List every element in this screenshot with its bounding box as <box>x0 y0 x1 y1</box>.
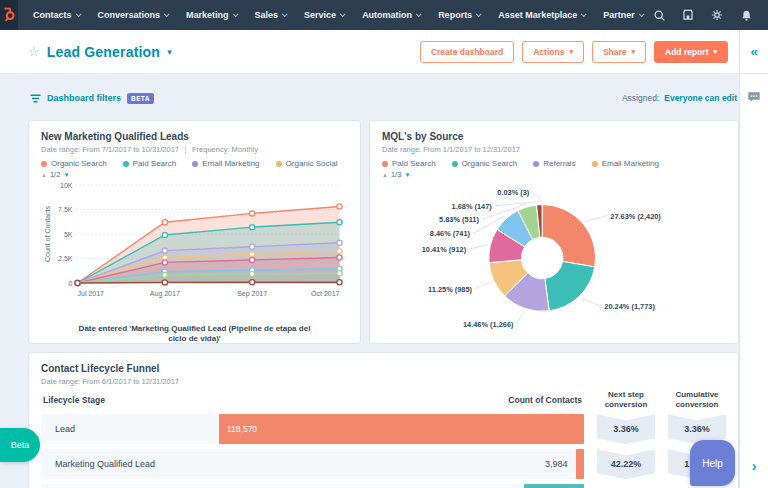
page-header: ☆ Lead Generation ▾ Create dashboard Act… <box>0 30 768 74</box>
legend-item[interactable]: Paid Search <box>123 159 177 168</box>
donut-chart: 0.03% (3)27.63% (2,420)20.24% (1,773)14.… <box>382 179 726 337</box>
nav-item-label: Marketing <box>186 10 229 20</box>
nav-item-automation[interactable]: Automation <box>353 10 429 20</box>
trend-legend: Organic SearchPaid SearchEmail Marketing… <box>41 159 348 168</box>
legend-label: Paid Search <box>392 159 436 168</box>
create-dashboard-button[interactable]: Create dashboard <box>420 41 514 63</box>
svg-text:1.68% (147): 1.68% (147) <box>452 202 493 211</box>
legend-dot <box>192 161 198 167</box>
beta-floating-button[interactable]: Beta <box>0 428 40 462</box>
funnel-stage-strip: Marketing Qualified Lead3,984 <box>41 449 584 479</box>
comments-icon[interactable] <box>747 90 761 108</box>
legend-prev-icon[interactable]: ▲ <box>41 172 47 178</box>
svg-text:14.46% (1,266): 14.46% (1,266) <box>463 320 514 329</box>
add-report-button[interactable]: Add report▾ <box>654 41 728 63</box>
nav-item-sales[interactable]: Sales <box>246 10 296 20</box>
card-mql-by-source: MQL's by Source Date range: From 1/1/201… <box>369 120 739 344</box>
bar-track: 3,984 <box>219 449 584 479</box>
donut-slice[interactable] <box>545 261 595 310</box>
dashboard-filters-toggle[interactable]: Dashboard filters BETA <box>30 93 154 104</box>
legend-item[interactable]: Email Marketing <box>592 159 659 168</box>
hubspot-logo[interactable] <box>0 0 18 30</box>
legend-item[interactable]: Organic Social <box>276 159 338 168</box>
help-button[interactable]: Help <box>690 440 735 486</box>
settings-icon[interactable] <box>710 8 725 23</box>
legend-label: Organic Social <box>286 159 338 168</box>
nav-items: ContactsConversationsMarketingSalesServi… <box>18 0 652 30</box>
legend-prev-icon[interactable]: ▲ <box>382 172 388 178</box>
favorite-star-icon[interactable]: ☆ <box>28 44 40 59</box>
card-subtitle: Date range: From 1/1/2017 to 12/31/2017 <box>382 145 726 154</box>
legend-dot <box>276 161 282 167</box>
legend-label: Email Marketing <box>602 159 659 168</box>
nav-item-marketing[interactable]: Marketing <box>177 10 246 20</box>
legend-item[interactable]: Paid Search <box>382 159 436 168</box>
legend-item[interactable]: Email Marketing <box>192 159 259 168</box>
legend-page: 1/3 <box>391 170 401 179</box>
svg-text:5K: 5K <box>64 231 73 238</box>
nav-item-partner[interactable]: Partner <box>594 10 652 20</box>
next-panel-icon[interactable]: › <box>752 458 757 474</box>
area-line-chart: 02.5K5K7.5K10KJul 2017Aug 2017Sep 2017Oc… <box>41 179 348 319</box>
notifications-icon[interactable] <box>739 8 754 23</box>
col-next-step-conversion: Next step conversion <box>597 390 655 409</box>
right-rail: « › <box>739 30 768 488</box>
assigned-value-link[interactable]: Everyone can edit <box>664 93 737 103</box>
date-range: Date range: From 6/1/2017 to 12/31/2017 <box>41 377 179 386</box>
count-value: 3,984 <box>545 449 568 479</box>
chevron-down-icon <box>476 11 482 17</box>
nav-item-conversations[interactable]: Conversations <box>89 10 178 20</box>
legend-next-icon[interactable]: ▼ <box>404 172 410 178</box>
chevron-down-icon <box>639 11 645 17</box>
funnel-row: Lead118,5703.36%3.36% <box>41 414 726 444</box>
card-new-mql: New Marketing Qualified Leads Date range… <box>28 120 361 344</box>
legend-label: Email Marketing <box>202 159 259 168</box>
frequency: Frequency: Monthly <box>192 145 258 154</box>
chevron-down-icon <box>282 11 288 17</box>
legend-item[interactable]: Organic Search <box>452 159 518 168</box>
nav-item-label: Reports <box>438 10 472 20</box>
legend-label: Organic Search <box>462 159 518 168</box>
svg-text:Aug 2017: Aug 2017 <box>150 290 180 298</box>
svg-text:27.63% (2,420): 27.63% (2,420) <box>610 212 661 221</box>
count-value: 118,570 <box>219 424 257 434</box>
legend-item[interactable]: Referrals <box>533 159 575 168</box>
legend-item[interactable]: Organic Search <box>41 159 107 168</box>
share-button[interactable]: Share▾ <box>592 41 646 63</box>
legend-dot <box>123 161 129 167</box>
legend-dot <box>592 161 598 167</box>
card-lifecycle-funnel: Contact Lifecycle Funnel Date range: Fro… <box>28 352 739 488</box>
svg-text:0: 0 <box>69 280 73 287</box>
card-subtitle: Date range: From 6/1/2017 to 12/31/2017 <box>41 377 726 386</box>
caret-down-icon: ▾ <box>713 48 717 56</box>
nav-item-contacts[interactable]: Contacts <box>24 10 89 20</box>
donut-slice[interactable] <box>542 205 595 267</box>
nav-item-service[interactable]: Service <box>295 10 353 20</box>
funnel-row: Marketing Qualified Lead3,98442.22%1.42% <box>41 449 726 479</box>
svg-text:Count of Contacts: Count of Contacts <box>44 205 51 262</box>
title-caret-icon[interactable]: ▾ <box>167 47 172 57</box>
svg-text:8.46% (741): 8.46% (741) <box>430 229 471 238</box>
legend-next-icon[interactable]: ▼ <box>63 172 69 178</box>
stage-bar[interactable] <box>576 449 584 479</box>
marketplace-icon[interactable] <box>681 8 696 23</box>
legend-page: 1/2 <box>50 170 60 179</box>
filter-icon <box>30 94 41 103</box>
stage-bar[interactable] <box>524 484 584 488</box>
page-title[interactable]: Lead Generation <box>47 44 160 60</box>
search-icon[interactable] <box>652 8 667 23</box>
svg-text:11.25% (985): 11.25% (985) <box>428 285 473 294</box>
collapse-panel-icon[interactable]: « <box>740 30 768 74</box>
donut-legend: Paid SearchOrganic SearchReferralsEmail … <box>382 159 726 168</box>
nav-item-reports[interactable]: Reports <box>429 10 489 20</box>
actions-button[interactable]: Actions▾ <box>522 41 584 63</box>
subtitle-divider <box>185 146 186 154</box>
bar-track <box>219 484 584 488</box>
legend-label: Referrals <box>543 159 575 168</box>
sprocket-icon <box>0 6 18 24</box>
legend-dot <box>533 161 539 167</box>
share-label: Share <box>603 47 627 57</box>
stage-bar[interactable]: 118,570 <box>219 414 584 444</box>
next-step-conversion-badge: 3.36% <box>597 414 655 444</box>
nav-item-asset-marketplace[interactable]: Asset Marketplace <box>489 10 594 20</box>
